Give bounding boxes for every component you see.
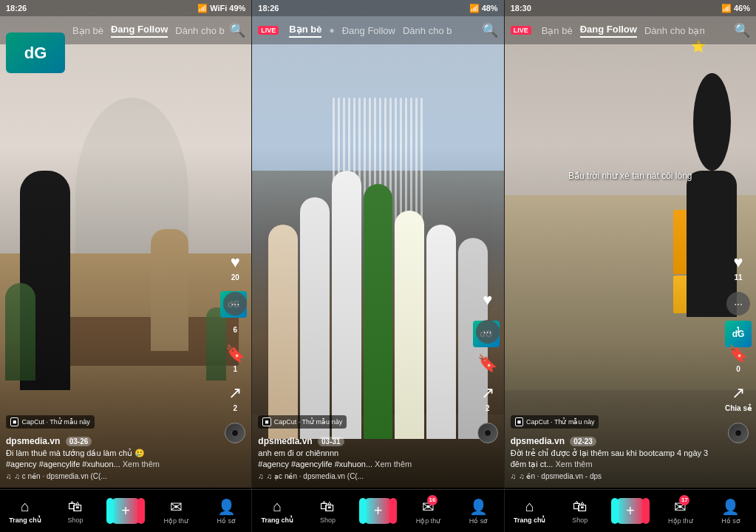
nav-home-2[interactable]: ⌂ Trang chủ — [252, 498, 302, 524]
person-head — [693, 73, 731, 171]
share-count-2: 2 — [486, 404, 490, 412]
share-button-3[interactable]: ↗ Chia sẻ — [725, 383, 752, 412]
video-background-2 — [252, 0, 503, 488]
bottom-nav-1: ⌂ Trang chủ 🛍 Shop + ✉ Hộp thư 👤 Hồ sơ — [0, 489, 251, 532]
tab-dangfollow-3[interactable]: Đang Follow — [580, 24, 637, 38]
signal-icon-3: 📶 — [721, 4, 732, 13]
search-button-1[interactable]: 🔍 — [229, 22, 245, 38]
home-icon-3: ⌂ — [525, 498, 534, 515]
see-more-2[interactable]: Xem thêm — [375, 460, 412, 468]
nav-add-1[interactable]: + — [101, 498, 151, 524]
video-background-1 — [0, 0, 251, 488]
nav-bar-1: dG Bạn bè Đang Follow Dành cho b 🔍 — [0, 16, 251, 44]
add-button-2[interactable]: + — [364, 498, 393, 524]
nav-add-2[interactable]: + — [353, 498, 403, 524]
nav-add-3[interactable]: + — [605, 498, 655, 524]
nav-inbox-2[interactable]: ✉ 16 Hộp thư — [403, 498, 454, 525]
inbox-label-2: Hộp thư — [416, 517, 441, 525]
add-button-3[interactable]: + — [616, 498, 645, 524]
nav-profile-1[interactable]: 👤 Hồ sơ — [201, 498, 251, 525]
tab-dangfollow-2[interactable]: Đang Follow — [342, 25, 395, 36]
tab-bangbe-1[interactable]: Bạn bè — [72, 25, 103, 36]
nav-shop-2[interactable]: 🛍 Shop — [302, 498, 353, 524]
wifi-icon-1: WiFi — [210, 4, 227, 13]
person-5 — [395, 211, 424, 439]
date-badge-3: 02-23 — [570, 437, 596, 446]
nav-bar-3: LIVE Bạn bè Đang Follow Dành cho bạn 🔍 — [505, 16, 756, 44]
see-more-3[interactable]: Xem thêm — [555, 460, 592, 468]
status-left-2: 18:26 — [258, 4, 279, 13]
profile-label-1: Hồ sơ — [217, 517, 236, 525]
nav-home-1[interactable]: ⌂ Trang chủ — [0, 498, 50, 524]
tab-danhcho-3[interactable]: Dành cho bạn — [644, 25, 705, 36]
like-button-2[interactable]: ♥ — [483, 290, 492, 310]
nav-profile-3[interactable]: 👤 Hồ sơ — [706, 498, 756, 525]
video-background-3: ⭐ Bầu trời như xé tan nát cõi lòng — [505, 0, 756, 488]
status-right-1: 📶 WiFi 49% — [197, 4, 245, 13]
music-record-2 — [477, 423, 498, 443]
bookmark-button-3[interactable]: 🔖 0 — [728, 344, 748, 373]
music-note-icon-1: ♫ — [6, 472, 12, 480]
more-icon-2: ··· — [483, 326, 492, 338]
nav-tabs-2: LIVE Bạn bè ● Đang Follow Dành cho b — [258, 24, 452, 38]
tab-bangbe-3[interactable]: Bạn bè — [542, 25, 573, 36]
tab-dangfollow-1[interactable]: Đang Follow — [111, 24, 168, 38]
tab-danhcho-2[interactable]: Dành cho b — [403, 25, 452, 36]
home-label-1: Trang chủ — [9, 516, 41, 524]
home-icon-2: ⌂ — [273, 498, 282, 515]
like-button-1[interactable]: ♥ 20 — [231, 253, 240, 282]
nav-inbox-3[interactable]: ✉ 17 Hộp thư — [655, 498, 706, 525]
more-icon-3: ··· — [734, 298, 743, 310]
inbox-wrap-2: ✉ 16 — [422, 498, 435, 516]
more-button-3[interactable]: ··· — [726, 292, 750, 316]
share-count-1: 2 — [234, 404, 238, 412]
nav-profile-2[interactable]: 👤 Hồ sơ — [454, 498, 504, 525]
share-button-2[interactable]: ↗ 2 — [481, 383, 494, 412]
more-icon-1: ··· — [231, 298, 239, 310]
share-icon-1: ↗ — [228, 383, 242, 403]
like-button-3[interactable]: ♥ 11 — [733, 253, 743, 282]
home-label-2: Trang chủ — [262, 516, 294, 524]
capcut-logo-2: ■ — [262, 417, 270, 426]
share-icon-3: ↗ — [732, 383, 745, 403]
music-record-3 — [728, 423, 749, 443]
inbox-label-1: Hộp thư — [163, 517, 188, 525]
search-button-3[interactable]: 🔍 — [734, 22, 750, 38]
share-label-3: Chia sẻ — [725, 404, 752, 412]
phone-panel-3: ⭐ Bầu trời như xé tan nát cõi lòng 18:30… — [505, 0, 756, 532]
status-bar-2: 18:26 📶 48% — [252, 0, 503, 16]
username-2: dpsmedia.vn 03-31 — [258, 436, 463, 446]
bookmark-button-1[interactable]: 🔖 1 — [225, 344, 245, 373]
more-button-2[interactable]: ··· — [476, 320, 500, 344]
nav-tabs-1: Bạn bè Đang Follow Dành cho b — [72, 24, 225, 38]
side-actions-3: ♥ 11 ··· 1 🔖 0 ↗ Chia sẻ — [725, 253, 752, 443]
search-button-2[interactable]: 🔍 — [482, 22, 498, 38]
tab-bangbe-2[interactable]: Bạn bè — [289, 24, 321, 38]
nav-tabs-3: LIVE Bạn bè Đang Follow Dành cho bạn — [511, 24, 705, 38]
capcut-banner-2[interactable]: ■ CapCut · Thử mẫu này — [258, 415, 347, 429]
nav-shop-1[interactable]: 🛍 Shop — [50, 498, 101, 524]
nav-home-3[interactable]: ⌂ Trang chủ — [505, 498, 555, 524]
shop-label-1: Shop — [68, 516, 84, 524]
tab-danhcho-1[interactable]: Dành cho b — [175, 25, 225, 36]
inbox-wrap-3: ✉ 17 — [674, 498, 687, 516]
shop-icon-2: 🛍 — [320, 498, 335, 515]
bookmark-button-2[interactable]: 🔖 — [477, 354, 497, 373]
share-button-1[interactable]: ↗ 2 — [228, 383, 242, 412]
person-4 — [364, 184, 393, 439]
music-note-icon-3: ♫ — [511, 472, 517, 480]
see-more-1[interactable]: Xem thêm — [123, 460, 160, 468]
shop-label-3: Shop — [572, 516, 588, 524]
bottom-nav-3: ⌂ Trang chủ 🛍 Shop + ✉ 17 Hộp thư 👤 Hồ s… — [505, 489, 756, 532]
status-left-1: 18:26 — [6, 4, 27, 13]
nav-shop-3[interactable]: 🛍 Shop — [555, 498, 605, 524]
phone-panel-2: 18:26 📶 48% LIVE Bạn bè ● Đang Follow Dà… — [252, 0, 504, 532]
more-button-1[interactable]: ··· — [223, 292, 247, 316]
add-button-1[interactable]: + — [111, 498, 140, 524]
nav-inbox-1[interactable]: ✉ Hộp thư — [151, 498, 201, 525]
capcut-banner-3[interactable]: ■ CapCut · Thử mẫu này — [511, 415, 599, 429]
capcut-banner-1[interactable]: ■ CapCut · Thử mẫu này — [6, 415, 95, 429]
bottom-info-3: dpsmedia.vn 02-23 Đời trẻ chỉ được ở lại… — [511, 436, 715, 480]
battery-2: 48% — [482, 4, 498, 13]
battery-3: 46% — [734, 4, 750, 13]
